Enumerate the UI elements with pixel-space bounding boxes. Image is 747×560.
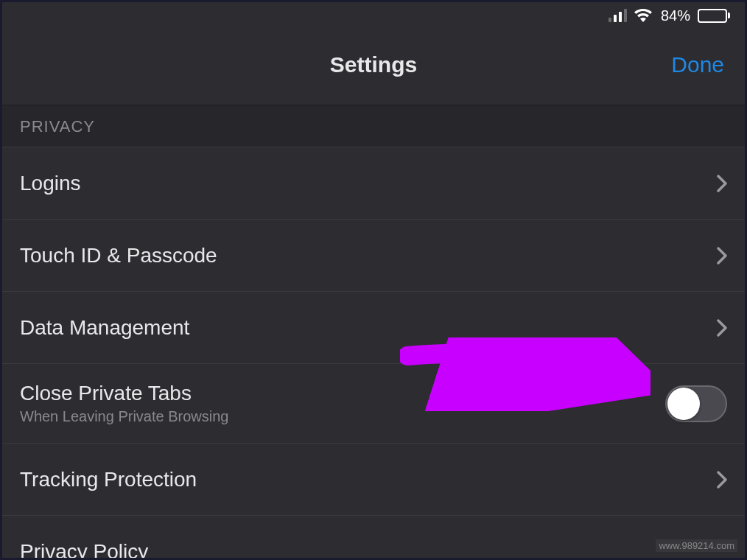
row-label: Close Private Tabs [20, 382, 228, 405]
battery-percent: 84% [661, 7, 690, 24]
row-label: Tracking Protection [20, 468, 197, 491]
chevron-right-icon [717, 247, 727, 265]
row-label: Touch ID & Passcode [20, 244, 217, 267]
row-label: Logins [20, 172, 81, 195]
row-logins[interactable]: Logins [2, 147, 745, 220]
watermark: www.989214.com [656, 539, 737, 552]
row-data-management[interactable]: Data Management [2, 292, 745, 364]
toggle-knob [667, 388, 700, 420]
chevron-right-icon [717, 175, 727, 192]
section-header-privacy: PRIVACY [2, 105, 745, 147]
battery-icon [698, 9, 730, 23]
chevron-right-icon [717, 319, 727, 337]
status-bar: 84% [2, 2, 745, 24]
row-close-private-tabs[interactable]: Close Private Tabs When Leaving Private … [2, 364, 745, 444]
done-button[interactable]: Done [671, 52, 724, 77]
cellular-signal-icon [609, 9, 627, 22]
row-tracking-protection[interactable]: Tracking Protection [2, 444, 745, 516]
page-title: Settings [330, 52, 417, 77]
row-label: Data Management [20, 316, 189, 340]
nav-bar: Settings Done [2, 24, 745, 105]
row-label: Privacy Policy [20, 540, 148, 560]
close-private-tabs-toggle[interactable] [665, 385, 727, 422]
chevron-right-icon [717, 471, 727, 489]
wifi-icon [634, 9, 652, 22]
row-touch-id-passcode[interactable]: Touch ID & Passcode [2, 220, 745, 292]
row-subtitle: When Leaving Private Browsing [20, 408, 228, 425]
row-privacy-policy[interactable]: Privacy Policy [2, 516, 745, 560]
